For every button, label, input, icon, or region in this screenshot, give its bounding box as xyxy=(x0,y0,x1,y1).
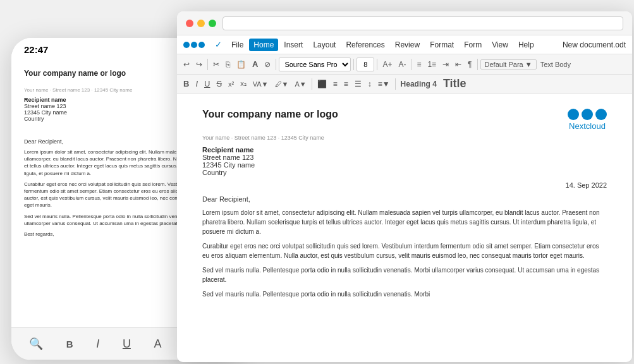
menu-form[interactable]: Form xyxy=(460,39,486,51)
phone-time: 22:47 xyxy=(24,44,48,55)
menu-insert[interactable]: Insert xyxy=(279,39,307,51)
menu-help[interactable]: Help xyxy=(514,39,539,51)
desktop-nc-circle1 xyxy=(568,109,579,120)
divider8 xyxy=(395,78,396,90)
align-center-button[interactable]: ≡ xyxy=(331,78,340,90)
font-larger-button[interactable]: A+ xyxy=(380,59,394,70)
nc-logo-circle2 xyxy=(191,42,197,48)
highlight-button[interactable]: 🖊▼ xyxy=(272,79,291,89)
indent-button[interactable]: ⇥ xyxy=(440,59,451,70)
divider1 xyxy=(207,59,208,70)
desktop-letter-header: Your company name or logo Nextcloud xyxy=(202,109,607,131)
menu-file[interactable]: File xyxy=(227,39,248,51)
phone-underline-icon[interactable]: U xyxy=(120,335,133,353)
font-size-input[interactable] xyxy=(357,58,374,71)
desktop-country: Country xyxy=(202,169,607,176)
desktop-street: Street name 123 xyxy=(202,154,607,161)
phone-bold-icon[interactable]: B xyxy=(64,336,76,352)
va-button[interactable]: VA▼ xyxy=(250,79,271,89)
nextcloud-logo xyxy=(183,42,205,48)
minimize-button[interactable] xyxy=(197,20,205,27)
line-spacing-button[interactable]: ↕ xyxy=(365,78,374,90)
phone-company-name: Your company name or logo xyxy=(24,69,126,78)
document-area[interactable]: Your company name or logo Nextcloud Your… xyxy=(177,94,632,362)
menu-home[interactable]: Home xyxy=(249,39,278,51)
phone-font-icon[interactable]: A xyxy=(151,335,164,353)
redo-button[interactable]: ↪ xyxy=(193,59,205,70)
menu-bar: ✓ File Home Insert Layout References Rev… xyxy=(177,35,632,54)
title-bar xyxy=(177,11,632,35)
window-controls xyxy=(186,20,216,27)
superscript-button[interactable]: x² xyxy=(226,79,236,89)
cut-button[interactable]: ✂ xyxy=(210,59,222,70)
toolbar-row1: ↩ ↪ ✂ ⎘ 📋 A ⊘ Source Sans Pro A+ A- ≡ 1≡… xyxy=(177,54,632,75)
desktop-nc-circle3 xyxy=(595,109,607,120)
nc-logo-circle3 xyxy=(198,42,205,48)
phone-italic-icon[interactable]: I xyxy=(94,335,102,353)
toolbar-row2: B I U S x² x₂ VA▼ 🖊▼ A▼ ⬛ ≡ ≡ ☰ ↕ ≡▼ Hea… xyxy=(177,75,632,94)
desktop-dear: Dear Recipient, xyxy=(202,195,607,203)
nc-logo-circle1 xyxy=(183,42,190,48)
desktop-para4: Sed vel mauris nulla. Pellentesque porta… xyxy=(202,289,607,299)
desktop-para2: Curabitur eget eros nec orci volutpat so… xyxy=(202,241,607,260)
desktop-date: 14. Sep 2022 xyxy=(202,181,607,189)
check-icon: ✓ xyxy=(215,40,222,49)
close-button[interactable] xyxy=(186,20,193,27)
desktop-nc-circle2 xyxy=(582,109,593,120)
clear-format-button[interactable]: ⊘ xyxy=(262,59,273,70)
menu-view[interactable]: View xyxy=(487,39,513,51)
strikethrough-button[interactable]: S xyxy=(214,78,224,90)
menu-format[interactable]: Format xyxy=(425,39,458,51)
align-justify-button[interactable]: ☰ xyxy=(352,78,364,90)
divider6 xyxy=(477,59,478,70)
desktop-company-name: Your company name or logo xyxy=(202,109,338,120)
divider3 xyxy=(353,59,354,70)
menu-references[interactable]: References xyxy=(341,39,389,51)
bold-button[interactable]: B xyxy=(181,78,192,90)
text-body-btn[interactable]: Text Body xyxy=(538,59,573,70)
heading-style-btn[interactable]: Heading 4 xyxy=(398,78,439,90)
list-style-button[interactable]: ≡▼ xyxy=(375,78,393,90)
desktop-para1: Lorem ipsum dolor sit amet, consectetur … xyxy=(202,208,607,236)
font-family-select[interactable]: Source Sans Pro xyxy=(279,58,351,71)
desktop-recipient-block: Recipient name Street name 123 12345 Cit… xyxy=(202,146,607,176)
ordered-list-button[interactable]: 1≡ xyxy=(425,59,439,70)
divider4 xyxy=(377,59,377,70)
desktop-nc-logo xyxy=(568,109,607,120)
italic-button[interactable]: I xyxy=(193,78,200,90)
divider2 xyxy=(276,59,276,70)
align-right-button[interactable]: ≡ xyxy=(341,78,351,90)
style-dropdown[interactable]: Default Para ▼ xyxy=(480,59,537,70)
font-smaller-button[interactable]: A- xyxy=(396,59,408,70)
desktop-nc-text: Nextcloud xyxy=(569,121,606,131)
desktop-window: ✓ File Home Insert Layout References Rev… xyxy=(177,11,632,362)
desktop-para3: Sed vel mauris nulla. Pellentesque porta… xyxy=(202,265,607,284)
desktop-logo-area: Nextcloud xyxy=(568,109,607,131)
menu-layout[interactable]: Layout xyxy=(308,39,340,51)
desktop-city: 12345 City name xyxy=(202,161,607,169)
divider5 xyxy=(411,59,411,70)
undo-button[interactable]: ↩ xyxy=(181,59,192,70)
url-bar[interactable] xyxy=(223,16,623,30)
underline-button[interactable]: U xyxy=(202,78,212,90)
title-style-btn[interactable]: Title xyxy=(441,76,469,92)
outdent-button[interactable]: ⇤ xyxy=(453,59,464,70)
desktop-address-line: Your name · Street name 123 · 12345 City… xyxy=(202,135,607,141)
unordered-list-button[interactable]: ≡ xyxy=(414,59,424,70)
maximize-button[interactable] xyxy=(209,20,216,27)
copy-button[interactable]: ⎘ xyxy=(223,59,233,70)
format-paste-button[interactable]: A xyxy=(250,58,260,70)
pilcrow-button[interactable]: ¶ xyxy=(465,59,474,70)
desktop-recipient-name: Recipient name xyxy=(202,146,607,154)
document-title: New document.odt xyxy=(563,40,626,49)
align-left-button[interactable]: ⬛ xyxy=(315,78,329,90)
phone-search-icon[interactable]: 🔍 xyxy=(27,334,46,353)
font-color-button[interactable]: A▼ xyxy=(292,79,308,89)
divider7 xyxy=(312,78,312,90)
subscript-button[interactable]: x₂ xyxy=(238,78,249,89)
paste-button[interactable]: 📋 xyxy=(234,59,248,70)
menu-review[interactable]: Review xyxy=(391,39,424,51)
